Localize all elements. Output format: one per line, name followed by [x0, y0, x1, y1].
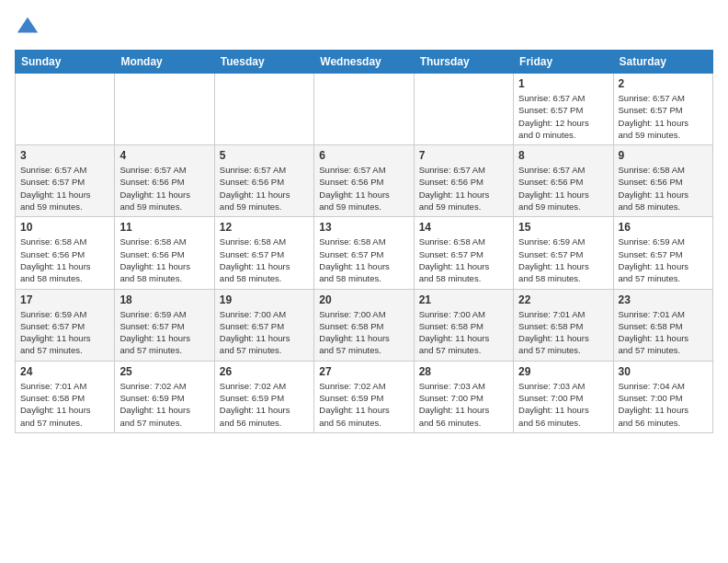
day-info: Sunrise: 6:57 AM Sunset: 6:56 PM Dayligh…	[220, 164, 309, 213]
day-info: Sunrise: 7:03 AM Sunset: 7:00 PM Dayligh…	[518, 380, 608, 429]
calendar-cell: 16Sunrise: 6:59 AM Sunset: 6:57 PM Dayli…	[613, 217, 712, 289]
calendar-cell	[314, 74, 414, 145]
calendar-cell: 11Sunrise: 6:58 AM Sunset: 6:56 PM Dayli…	[115, 217, 214, 289]
calendar-cell: 18Sunrise: 6:59 AM Sunset: 6:57 PM Dayli…	[115, 289, 214, 361]
day-number: 24	[20, 365, 109, 378]
calendar-week-4: 17Sunrise: 6:59 AM Sunset: 6:57 PM Dayli…	[16, 289, 713, 361]
day-info: Sunrise: 7:00 AM Sunset: 6:58 PM Dayligh…	[419, 308, 508, 357]
day-number: 6	[319, 149, 408, 162]
day-number: 1	[518, 77, 608, 90]
day-info: Sunrise: 6:57 AM Sunset: 6:56 PM Dayligh…	[119, 164, 209, 213]
day-number: 29	[518, 365, 608, 378]
logo	[15, 15, 44, 40]
day-info: Sunrise: 7:03 AM Sunset: 7:00 PM Dayligh…	[419, 380, 508, 429]
day-number: 10	[20, 221, 109, 234]
logo-icon	[15, 15, 40, 40]
day-number: 22	[518, 293, 608, 306]
day-info: Sunrise: 6:58 AM Sunset: 6:56 PM Dayligh…	[20, 236, 109, 284]
day-number: 7	[419, 149, 508, 162]
calendar-header-row: SundayMondayTuesdayWednesdayThursdayFrid…	[16, 51, 713, 74]
calendar-cell: 19Sunrise: 7:00 AM Sunset: 6:57 PM Dayli…	[214, 289, 313, 361]
calendar-cell: 4Sunrise: 6:57 AM Sunset: 6:56 PM Daylig…	[115, 145, 214, 217]
day-number: 17	[20, 293, 109, 306]
day-number: 18	[119, 293, 209, 306]
day-info: Sunrise: 6:58 AM Sunset: 6:57 PM Dayligh…	[419, 236, 508, 284]
calendar-header-tuesday: Tuesday	[214, 51, 313, 74]
day-info: Sunrise: 7:01 AM Sunset: 6:58 PM Dayligh…	[619, 308, 708, 357]
day-number: 28	[419, 365, 508, 378]
day-info: Sunrise: 7:01 AM Sunset: 6:58 PM Dayligh…	[518, 308, 608, 357]
calendar-cell: 6Sunrise: 6:57 AM Sunset: 6:56 PM Daylig…	[314, 145, 414, 217]
calendar-cell: 14Sunrise: 6:58 AM Sunset: 6:57 PM Dayli…	[414, 217, 513, 289]
calendar-cell: 29Sunrise: 7:03 AM Sunset: 7:00 PM Dayli…	[514, 361, 613, 432]
calendar-cell: 26Sunrise: 7:02 AM Sunset: 6:59 PM Dayli…	[214, 361, 313, 432]
day-number: 14	[419, 221, 508, 234]
calendar-header-saturday: Saturday	[613, 51, 712, 74]
day-info: Sunrise: 6:58 AM Sunset: 6:57 PM Dayligh…	[319, 236, 408, 284]
calendar-cell: 15Sunrise: 6:59 AM Sunset: 6:57 PM Dayli…	[514, 217, 613, 289]
page-header	[15, 15, 713, 40]
day-info: Sunrise: 7:02 AM Sunset: 6:59 PM Dayligh…	[319, 380, 408, 429]
day-info: Sunrise: 7:02 AM Sunset: 6:59 PM Dayligh…	[119, 380, 209, 429]
day-info: Sunrise: 6:59 AM Sunset: 6:57 PM Dayligh…	[518, 236, 608, 284]
calendar-cell	[414, 74, 513, 145]
calendar-header-sunday: Sunday	[16, 51, 115, 74]
calendar-cell: 8Sunrise: 6:57 AM Sunset: 6:56 PM Daylig…	[514, 145, 613, 217]
day-info: Sunrise: 7:04 AM Sunset: 7:00 PM Dayligh…	[619, 380, 708, 429]
calendar-cell: 30Sunrise: 7:04 AM Sunset: 7:00 PM Dayli…	[613, 361, 712, 432]
day-info: Sunrise: 7:00 AM Sunset: 6:57 PM Dayligh…	[220, 308, 309, 357]
day-number: 9	[619, 149, 708, 162]
calendar-cell: 12Sunrise: 6:58 AM Sunset: 6:57 PM Dayli…	[214, 217, 313, 289]
calendar-header-thursday: Thursday	[414, 51, 513, 74]
day-number: 25	[119, 365, 209, 378]
day-info: Sunrise: 7:00 AM Sunset: 6:58 PM Dayligh…	[319, 308, 408, 357]
calendar-cell: 28Sunrise: 7:03 AM Sunset: 7:00 PM Dayli…	[414, 361, 513, 432]
day-number: 20	[319, 293, 408, 306]
calendar-cell: 3Sunrise: 6:57 AM Sunset: 6:57 PM Daylig…	[16, 145, 115, 217]
calendar-week-1: 1Sunrise: 6:57 AM Sunset: 6:57 PM Daylig…	[16, 74, 713, 145]
calendar-cell: 27Sunrise: 7:02 AM Sunset: 6:59 PM Dayli…	[314, 361, 414, 432]
day-number: 5	[220, 149, 309, 162]
day-info: Sunrise: 6:58 AM Sunset: 6:56 PM Dayligh…	[619, 164, 708, 213]
calendar-cell: 17Sunrise: 6:59 AM Sunset: 6:57 PM Dayli…	[16, 289, 115, 361]
day-number: 12	[220, 221, 309, 234]
calendar-cell: 2Sunrise: 6:57 AM Sunset: 6:57 PM Daylig…	[613, 74, 712, 145]
day-info: Sunrise: 6:57 AM Sunset: 6:56 PM Dayligh…	[319, 164, 408, 213]
calendar-cell: 7Sunrise: 6:57 AM Sunset: 6:56 PM Daylig…	[414, 145, 513, 217]
calendar-week-3: 10Sunrise: 6:58 AM Sunset: 6:56 PM Dayli…	[16, 217, 713, 289]
day-number: 21	[419, 293, 508, 306]
day-number: 3	[20, 149, 109, 162]
calendar-header-wednesday: Wednesday	[314, 51, 414, 74]
day-info: Sunrise: 6:59 AM Sunset: 6:57 PM Dayligh…	[119, 308, 209, 357]
calendar-header-friday: Friday	[514, 51, 613, 74]
calendar-cell: 23Sunrise: 7:01 AM Sunset: 6:58 PM Dayli…	[613, 289, 712, 361]
day-info: Sunrise: 7:02 AM Sunset: 6:59 PM Dayligh…	[220, 380, 309, 429]
calendar-cell: 1Sunrise: 6:57 AM Sunset: 6:57 PM Daylig…	[514, 74, 613, 145]
day-info: Sunrise: 6:57 AM Sunset: 6:57 PM Dayligh…	[20, 164, 109, 213]
day-info: Sunrise: 6:59 AM Sunset: 6:57 PM Dayligh…	[619, 236, 708, 284]
calendar-week-2: 3Sunrise: 6:57 AM Sunset: 6:57 PM Daylig…	[16, 145, 713, 217]
day-info: Sunrise: 6:57 AM Sunset: 6:56 PM Dayligh…	[419, 164, 508, 213]
svg-marker-0	[17, 17, 38, 33]
day-number: 4	[119, 149, 209, 162]
day-number: 15	[518, 221, 608, 234]
calendar-cell: 22Sunrise: 7:01 AM Sunset: 6:58 PM Dayli…	[514, 289, 613, 361]
calendar-cell: 13Sunrise: 6:58 AM Sunset: 6:57 PM Dayli…	[314, 217, 414, 289]
day-number: 16	[619, 221, 708, 234]
calendar-cell	[214, 74, 313, 145]
calendar-table: SundayMondayTuesdayWednesdayThursdayFrid…	[15, 50, 713, 433]
day-number: 8	[518, 149, 608, 162]
calendar-cell: 10Sunrise: 6:58 AM Sunset: 6:56 PM Dayli…	[16, 217, 115, 289]
calendar-cell: 9Sunrise: 6:58 AM Sunset: 6:56 PM Daylig…	[613, 145, 712, 217]
calendar-cell: 5Sunrise: 6:57 AM Sunset: 6:56 PM Daylig…	[214, 145, 313, 217]
calendar-cell: 24Sunrise: 7:01 AM Sunset: 6:58 PM Dayli…	[16, 361, 115, 432]
day-info: Sunrise: 6:57 AM Sunset: 6:57 PM Dayligh…	[518, 92, 608, 141]
calendar-cell: 25Sunrise: 7:02 AM Sunset: 6:59 PM Dayli…	[115, 361, 214, 432]
calendar-header-monday: Monday	[115, 51, 214, 74]
day-info: Sunrise: 6:58 AM Sunset: 6:56 PM Dayligh…	[119, 236, 209, 284]
calendar-cell: 21Sunrise: 7:00 AM Sunset: 6:58 PM Dayli…	[414, 289, 513, 361]
day-number: 19	[220, 293, 309, 306]
day-number: 26	[220, 365, 309, 378]
day-number: 13	[319, 221, 408, 234]
day-info: Sunrise: 6:58 AM Sunset: 6:57 PM Dayligh…	[220, 236, 309, 284]
